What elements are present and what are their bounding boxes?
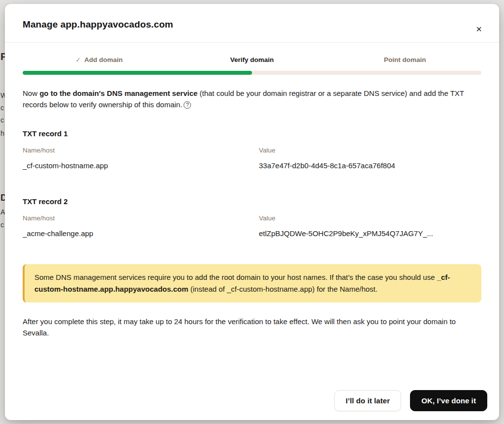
- check-icon: ✓: [75, 56, 81, 63]
- record-grid: Name/host Value _cf-custom-hostname.app …: [23, 138, 481, 170]
- ok-done-button[interactable]: OK, I’ve done it: [410, 390, 487, 411]
- background-text-fragment: h: [0, 129, 4, 137]
- progress-bar-fill: [23, 71, 252, 75]
- verification-time-note: After you complete this step, it may tak…: [23, 316, 481, 339]
- progress-bar: [23, 71, 481, 75]
- name-host-label: Name/host: [23, 214, 259, 222]
- wizard-stepper: ✓ Add domain Verify domain Point domain: [5, 43, 499, 63]
- do-it-later-button[interactable]: I’ll do it later: [334, 390, 401, 411]
- step-label: Point domain: [384, 56, 426, 63]
- modal-body: Now go to the domain's DNS management se…: [5, 75, 499, 390]
- modal-header: Manage app.happyavocados.com ×: [5, 4, 499, 43]
- step-point-domain: Point domain: [328, 56, 481, 63]
- step-verify-domain: Verify domain: [176, 56, 329, 63]
- record-grid: Name/host Value _acme-challenge.app etlZ…: [23, 206, 481, 238]
- record-title: TXT record 1: [23, 129, 481, 138]
- background-text-fragment: c: [0, 221, 4, 229]
- record-name-host: _acme-challenge.app: [23, 229, 259, 238]
- record-value: etlZpBJQDWe-5OHC2P9beKy_xPMJ54Q7JAG7Y_..…: [259, 229, 481, 238]
- modal-footer: I’ll do it later OK, I’ve done it: [5, 390, 499, 420]
- notice-part2: (instead of _cf-custom-hostname.app) for…: [189, 285, 378, 293]
- notice-part1: Some DNS management services require you…: [34, 273, 437, 281]
- modal-title: Manage app.happyavocados.com: [23, 19, 481, 30]
- record-title: TXT record 2: [23, 197, 481, 206]
- step-label: Verify domain: [230, 56, 274, 63]
- value-label: Value: [259, 147, 481, 154]
- close-icon[interactable]: ×: [472, 22, 486, 36]
- manage-domain-modal: Manage app.happyavocados.com × ✓ Add dom…: [5, 4, 499, 420]
- value-label: Value: [259, 214, 481, 222]
- record-value: 33a7e47f-d2b0-4d45-8c1a-657aca76f804: [259, 161, 481, 170]
- background-text-fragment: c: [0, 116, 4, 124]
- help-icon[interactable]: ?: [184, 101, 191, 109]
- txt-record-2: TXT record 2 Name/host Value _acme-chall…: [23, 197, 481, 238]
- background-text-fragment: c: [0, 104, 4, 112]
- step-add-domain: ✓ Add domain: [23, 56, 176, 63]
- dns-root-domain-notice: Some DNS management services require you…: [23, 264, 481, 303]
- record-name-host: _cf-custom-hostname.app: [23, 161, 259, 170]
- intro-before: Now: [23, 89, 39, 97]
- step-label: Add domain: [84, 56, 123, 63]
- txt-record-1: TXT record 1 Name/host Value _cf-custom-…: [23, 129, 481, 170]
- name-host-label: Name/host: [23, 147, 259, 154]
- intro-bold: go to the domain's DNS management servic…: [39, 89, 197, 97]
- background-text-fragment: A: [0, 208, 5, 216]
- intro-text: Now go to the domain's DNS management se…: [23, 88, 481, 111]
